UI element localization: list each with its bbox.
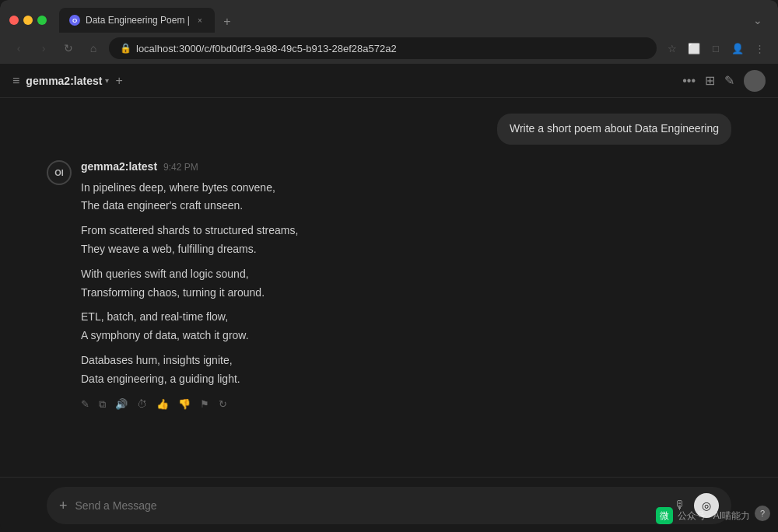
message-input-row: + 🎙 ◎ xyxy=(47,487,731,524)
edit-message-button[interactable]: ✎ xyxy=(81,398,89,410)
ai-message: Ol gemma2:latest 9:42 PM In pipelines de… xyxy=(47,160,731,411)
tabs-expand-button[interactable]: ⌄ xyxy=(747,9,769,31)
minimize-traffic-light[interactable] xyxy=(23,16,33,25)
ai-message-actions: ✎ ⧉ 🔊 ⏱ 👍 👎 ⚑ ↻ xyxy=(81,398,731,411)
layout-button[interactable]: ⊞ xyxy=(705,73,715,88)
user-message-text: Write a short poem about Data Engineerin… xyxy=(510,122,719,135)
app-header: ≡ gemma2:latest ▾ + ••• ⊞ ✎ xyxy=(0,64,778,98)
save-page-button[interactable]: ⬜ xyxy=(685,39,703,58)
app-area: ≡ gemma2:latest ▾ + ••• ⊞ ✎ Write a shor… xyxy=(0,64,778,532)
audio-button[interactable]: 🔊 xyxy=(115,398,128,410)
help-icon: ? xyxy=(760,509,765,518)
browser-menu-button[interactable]: ⋮ xyxy=(750,39,769,58)
new-tab-button[interactable]: + xyxy=(216,11,238,33)
ai-message-header: gemma2:latest 9:42 PM xyxy=(81,160,731,173)
timer-button[interactable]: ⏱ xyxy=(137,398,147,410)
thumbs-down-button[interactable]: 👎 xyxy=(178,398,191,410)
poem-stanza-4: ETL, batch, and real-time flow,A symphon… xyxy=(81,308,731,345)
poem-stanza-3: With queries swift and logic sound,Trans… xyxy=(81,265,731,303)
home-button[interactable]: ⌂ xyxy=(84,39,103,58)
help-button[interactable]: ? xyxy=(755,506,770,521)
thumbs-up-button[interactable]: 👍 xyxy=(156,398,169,410)
new-chat-button[interactable]: + xyxy=(115,74,122,88)
lock-icon: 🔒 xyxy=(120,43,131,54)
reload-button[interactable]: ↻ xyxy=(59,39,78,58)
forward-button[interactable]: › xyxy=(34,39,53,58)
address-actions: ☆ ⬜ □ 👤 ⋮ xyxy=(663,39,769,58)
sidebar-toggle-button[interactable]: ≡ xyxy=(12,74,19,88)
user-message: Write a short poem about Data Engineerin… xyxy=(47,114,731,145)
tab-favicon-label: O xyxy=(72,17,77,24)
header-actions: ••• ⊞ ✎ xyxy=(682,70,766,92)
attach-button[interactable]: + xyxy=(59,498,68,514)
model-dropdown-button[interactable]: ▾ xyxy=(105,76,109,85)
poem-stanza-2: From scattered shards to structured stre… xyxy=(81,222,731,259)
regenerate-button[interactable]: ↻ xyxy=(219,398,227,410)
tab-close-button[interactable]: × xyxy=(194,15,205,26)
more-options-button[interactable]: ••• xyxy=(682,74,696,88)
edit-button[interactable]: ✎ xyxy=(724,73,734,88)
tab-favicon: O xyxy=(68,14,81,26)
profile-button[interactable]: 👤 xyxy=(728,39,747,58)
address-bar: ‹ › ↻ ⌂ 🔒 localhost:3000/c/f0bd0df3-9a98… xyxy=(0,33,778,64)
traffic-lights xyxy=(9,16,47,25)
user-avatar[interactable] xyxy=(744,70,766,92)
message-input[interactable] xyxy=(75,499,666,512)
tabs-area: O Data Engineering Poem | × + xyxy=(59,8,741,33)
fullscreen-traffic-light[interactable] xyxy=(37,16,47,25)
close-traffic-light[interactable] xyxy=(9,16,19,25)
chat-area: Write a short poem about Data Engineerin… xyxy=(0,98,778,477)
wechat-icon: 微 xyxy=(656,507,673,524)
bookmark-button[interactable]: ☆ xyxy=(663,39,682,58)
url-text: localhost:3000/c/f0bd0df3-9a98-49c5-b913… xyxy=(136,43,397,54)
back-button[interactable]: ‹ xyxy=(9,39,28,58)
ai-name: gemma2:latest xyxy=(81,160,157,173)
poem-stanza-5: Databases hum, insights ignite,Data engi… xyxy=(81,352,731,389)
cast-button[interactable]: □ xyxy=(706,39,725,58)
flag-button[interactable]: ⚑ xyxy=(200,398,209,410)
model-name[interactable]: gemma2:latest xyxy=(26,75,102,87)
ai-content: gemma2:latest 9:42 PM In pipelines deep,… xyxy=(81,160,731,411)
active-tab[interactable]: O Data Engineering Poem | × xyxy=(59,8,215,33)
watermark: 微 公众号 · AI喵能力 xyxy=(656,507,750,524)
tab-title: Data Engineering Poem | xyxy=(86,15,190,26)
ai-avatar: Ol xyxy=(47,160,72,185)
user-bubble: Write a short poem about Data Engineerin… xyxy=(497,114,731,145)
watermark-text: 公众号 · AI喵能力 xyxy=(678,509,750,523)
ai-timestamp: 9:42 PM xyxy=(163,162,198,173)
poem-stanza-1: In pipelines deep, where bytes convene,T… xyxy=(81,179,731,216)
ai-poem-text: In pipelines deep, where bytes convene,T… xyxy=(81,179,731,389)
copy-button[interactable]: ⧉ xyxy=(99,398,106,411)
ai-avatar-label: Ol xyxy=(54,168,64,177)
address-input[interactable]: 🔒 localhost:3000/c/f0bd0df3-9a98-49c5-b9… xyxy=(109,37,657,59)
